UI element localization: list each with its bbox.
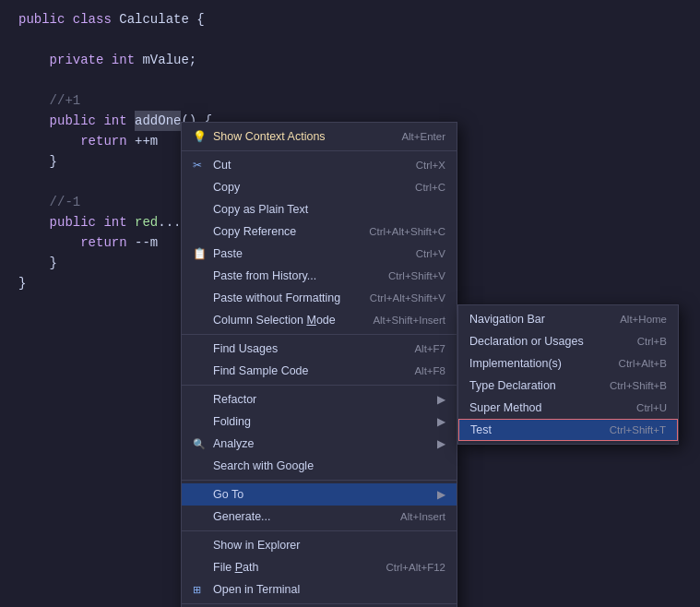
- submenu-arrow-goto: ▶: [437, 488, 445, 501]
- code-line-3: private int mValue;: [0, 50, 700, 70]
- submenu-arrow-folding: ▶: [437, 415, 445, 428]
- separator-3: [182, 385, 457, 386]
- code-editor: public class Calculate { private int mVa…: [0, 0, 700, 607]
- submenu-item-type-declaration[interactable]: Type Declaration Ctrl+Shift+B: [458, 375, 678, 397]
- code-line-4: [0, 70, 700, 90]
- separator-6: [182, 603, 457, 604]
- submenu-item-nav-bar[interactable]: Navigation Bar Alt+Home: [458, 308, 678, 330]
- separator-2: [182, 334, 457, 335]
- menu-item-generate[interactable]: Generate... Alt+Insert: [182, 506, 457, 528]
- menu-item-folding[interactable]: Folding ▶: [182, 411, 457, 433]
- submenu-arrow-analyze: ▶: [437, 437, 445, 450]
- menu-item-copy-reference[interactable]: Copy Reference Ctrl+Alt+Shift+C: [182, 220, 457, 243]
- menu-item-paste-history[interactable]: Paste from History... Ctrl+Shift+V: [182, 265, 457, 287]
- menu-item-refactor[interactable]: Refactor ▶: [182, 388, 457, 411]
- terminal-icon: ⊞: [193, 584, 209, 596]
- submenu-item-implementation[interactable]: Implementation(s) Ctrl+Alt+B: [458, 352, 678, 375]
- separator-5: [182, 530, 457, 531]
- menu-item-copy-plain[interactable]: Copy as Plain Text: [182, 198, 457, 220]
- menu-item-paste-no-format[interactable]: Paste without Formatting Ctrl+Alt+Shift+…: [182, 287, 457, 309]
- menu-item-file-path[interactable]: File Path Ctrl+Alt+F12: [182, 556, 457, 578]
- code-line-5: //+1: [0, 90, 700, 111]
- menu-item-find-usages[interactable]: Find Usages Alt+F7: [182, 338, 457, 360]
- menu-item-show-explorer[interactable]: Show in Explorer: [182, 534, 457, 556]
- menu-item-cut[interactable]: ✂ Cut Ctrl+X: [182, 154, 457, 176]
- submenu-item-super-method[interactable]: Super Method Ctrl+U: [458, 397, 678, 419]
- submenu-arrow-refactor: ▶: [437, 393, 445, 406]
- lightbulb-icon: 💡: [193, 130, 209, 143]
- cut-icon: ✂: [193, 159, 209, 172]
- code-line-2: [0, 30, 700, 50]
- goto-submenu: Navigation Bar Alt+Home Declaration or U…: [457, 304, 679, 445]
- submenu-item-declaration[interactable]: Declaration or Usages Ctrl+B: [458, 330, 678, 352]
- submenu-item-test[interactable]: Test Ctrl+Shift+T: [458, 419, 678, 441]
- menu-item-goto[interactable]: Go To ▶: [182, 483, 457, 506]
- separator-4: [182, 480, 457, 481]
- menu-item-open-terminal[interactable]: ⊞ Open in Terminal: [182, 578, 457, 601]
- separator-1: [182, 150, 457, 151]
- menu-item-copy[interactable]: Copy Ctrl+C: [182, 176, 457, 198]
- menu-item-paste[interactable]: 📋 Paste Ctrl+V: [182, 243, 457, 265]
- context-menu: 💡 Show Context Actions Alt+Enter ✂ Cut C…: [181, 122, 457, 607]
- menu-item-show-context-actions[interactable]: 💡 Show Context Actions Alt+Enter: [182, 125, 457, 148]
- analyze-icon: 🔍: [193, 438, 209, 450]
- menu-item-find-sample[interactable]: Find Sample Code Alt+F8: [182, 360, 457, 382]
- menu-item-column-mode[interactable]: Column Selection Mode Alt+Shift+Insert: [182, 309, 457, 331]
- paste-icon: 📋: [193, 247, 209, 260]
- code-line-1: public class Calculate {: [0, 9, 700, 30]
- menu-item-search-google[interactable]: Search with Google: [182, 455, 457, 477]
- menu-item-analyze[interactable]: 🔍 Analyze ▶: [182, 433, 457, 455]
